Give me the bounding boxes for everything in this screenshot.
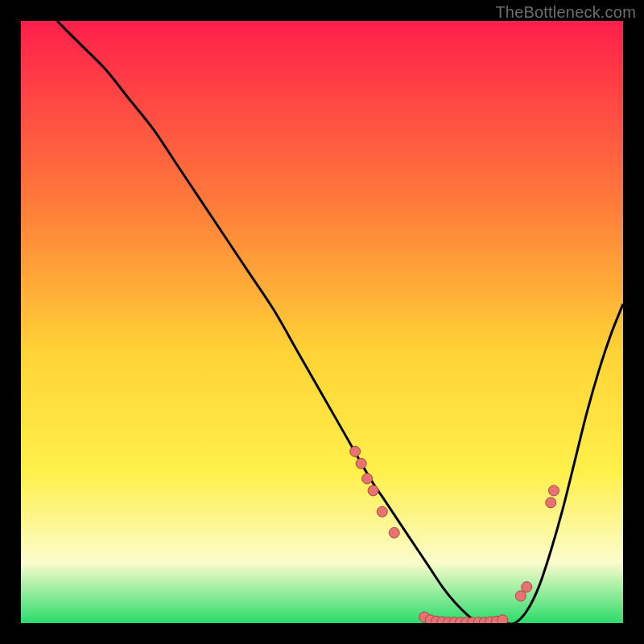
data-dot [350, 446, 361, 456]
data-dot [515, 591, 526, 601]
gradient-background [21, 21, 623, 623]
bottleneck-chart [21, 21, 623, 623]
attribution-text: TheBottleneck.com [495, 3, 636, 22]
data-dot [362, 473, 373, 484]
data-dot [368, 485, 378, 496]
data-dot [522, 582, 532, 592]
data-dot [497, 615, 508, 623]
data-dot [389, 527, 399, 538]
data-dot [546, 497, 556, 508]
chart-frame [21, 21, 623, 623]
data-dot [548, 485, 559, 496]
data-dot [377, 506, 387, 517]
data-dot [356, 458, 366, 469]
